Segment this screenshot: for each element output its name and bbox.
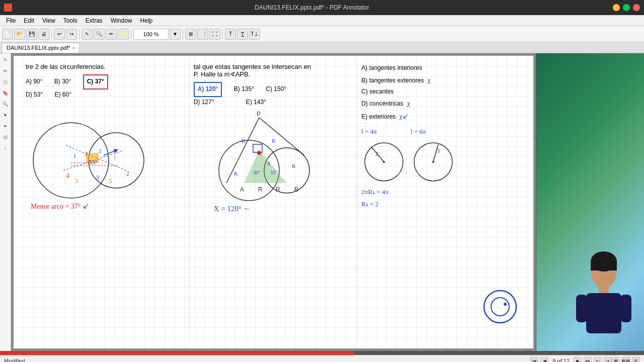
- menu-view[interactable]: View: [38, 16, 59, 25]
- nav-first[interactable]: ⏮: [530, 357, 538, 363]
- tb-text3[interactable]: T⊥: [249, 29, 260, 40]
- nav-prev[interactable]: ◀: [540, 357, 548, 363]
- status-modified: Modified: [4, 358, 530, 363]
- sidebar-eraser[interactable]: ◻: [1, 77, 10, 86]
- tb-text[interactable]: T: [225, 29, 236, 40]
- tb-text2[interactable]: T̲: [237, 29, 248, 40]
- tb-undo[interactable]: ↩: [54, 29, 65, 40]
- svg-point-45: [484, 291, 516, 323]
- col2-diagram: P R R R R 30° 35° X: [194, 110, 353, 216]
- svg-rect-23: [253, 144, 262, 152]
- tab-close-btn[interactable]: ×: [72, 45, 75, 51]
- sep2: [79, 29, 79, 39]
- col3-optD: D) concéntricas χ: [361, 97, 521, 110]
- col2-text2: P. Halle la m∢APB.: [194, 70, 353, 78]
- tb-print[interactable]: 🖨: [38, 29, 49, 40]
- pdf-content: tre 2 de las circunferencias. A) 90° B) …: [14, 56, 533, 348]
- nav-last[interactable]: ⏭: [584, 357, 592, 363]
- svg-text:R: R: [258, 186, 263, 193]
- svg-text:2: 2: [99, 148, 102, 154]
- app-title: DAUNI13.FELIX.pptx.pdf* - PDF Annotator: [15, 4, 609, 11]
- sep3: [131, 29, 131, 39]
- svg-text:R: R: [272, 138, 276, 144]
- minimize-btn[interactable]: [613, 4, 620, 11]
- progress-bar-container: [0, 351, 644, 355]
- svg-rect-50: [586, 293, 621, 333]
- svg-text:30°: 30°: [253, 170, 260, 175]
- tb-redo[interactable]: ↪: [66, 29, 77, 40]
- tb-zoom-drop[interactable]: ▼: [170, 29, 181, 40]
- sidebar-bookmark[interactable]: 🔖: [1, 88, 10, 98]
- menu-tools[interactable]: Tools: [59, 16, 82, 25]
- tb-zoom[interactable]: 🔍: [94, 29, 105, 40]
- svg-text:5: 5: [109, 177, 112, 185]
- menu-window[interactable]: Window: [107, 16, 136, 25]
- menu-file[interactable]: File: [2, 16, 20, 25]
- view-single[interactable]: ▦: [612, 357, 620, 363]
- tb-highlight[interactable]: H: [118, 29, 129, 40]
- svg-rect-52: [620, 295, 631, 322]
- sidebar-erase2[interactable]: ⊡: [1, 133, 10, 142]
- page-info: 9 of 12: [550, 358, 572, 363]
- svg-text:R: R: [292, 163, 296, 169]
- col2-optE: E) 143°: [246, 99, 266, 106]
- col1: tre 2 de las circunferencias. A) 90° B) …: [22, 61, 190, 343]
- tb-new[interactable]: 📄: [2, 29, 13, 40]
- svg-point-39: [383, 161, 385, 163]
- svg-text:R: R: [276, 186, 280, 193]
- svg-text:3: 3: [96, 174, 99, 181]
- tb-fit[interactable]: ⊞: [185, 29, 196, 40]
- svg-text:↑: ↑: [114, 155, 116, 160]
- sidebar-search[interactable]: 🔍: [1, 100, 10, 109]
- svg-marker-22: [244, 150, 287, 183]
- col1-optE: E) 60°: [55, 91, 71, 98]
- webcam-background: [536, 53, 644, 351]
- menu-extras[interactable]: Extras: [82, 16, 107, 25]
- sidebar-draw[interactable]: ✒: [1, 122, 10, 131]
- menu-edit[interactable]: Edit: [20, 16, 38, 25]
- nav-next[interactable]: ▶: [574, 357, 582, 363]
- view-grid[interactable]: ⊞: [632, 357, 640, 363]
- col1-diagram: 1 2 2 ↑ 4 3 3 5 2 53°: [26, 105, 185, 216]
- maximize-btn[interactable]: [623, 4, 630, 11]
- zoom-input[interactable]: 100 %: [133, 29, 169, 40]
- col2-optD: D) 127°: [194, 99, 214, 106]
- small-circle-svg: [480, 287, 520, 327]
- col3-optA: A) tangentes interiores: [361, 63, 521, 74]
- circle2-svg: 3: [411, 137, 456, 182]
- tb-page[interactable]: 📑: [197, 29, 208, 40]
- sidebar-select[interactable]: ↖: [1, 55, 10, 64]
- status-right: ▦ ▦▦ ⊞: [612, 357, 640, 363]
- sidebar-heart[interactable]: ♥: [1, 111, 10, 120]
- tb-fullscreen[interactable]: ⛶: [209, 29, 220, 40]
- col3-equations: 2πR₁ = 4π R₁ = 2: [361, 186, 521, 211]
- menu-bar: File Edit View Tools Extras Window Help: [0, 15, 644, 26]
- app-icon: [4, 4, 12, 12]
- sidebar-arrow[interactable]: ↕: [1, 144, 10, 153]
- progress-bar: [0, 351, 354, 355]
- nav-back[interactable]: ↩: [594, 357, 602, 363]
- tb-save[interactable]: 💾: [26, 29, 37, 40]
- person-silhouette: [569, 250, 639, 351]
- close-btn[interactable]: [633, 4, 640, 11]
- tb-select[interactable]: ↖: [82, 29, 93, 40]
- col2-optC: C) 150°: [266, 85, 286, 93]
- col2-optA: A) 120°: [194, 82, 222, 97]
- tb-pen[interactable]: ✏: [106, 29, 117, 40]
- svg-text:35°: 35°: [270, 170, 277, 175]
- menu-help[interactable]: Help: [136, 16, 157, 25]
- tb-open[interactable]: 📂: [14, 29, 25, 40]
- svg-text:P: P: [257, 111, 261, 118]
- view-double[interactable]: ▦▦: [622, 357, 630, 363]
- main-area: ↖ ✏ ◻ 🔖 🔍 ♥ ✒ ⊡ ↕ tre 2 de las circunfer…: [0, 53, 644, 351]
- status-bar: Modified ⏮ ◀ 9 of 12 ▶ ⏭ ↩ ↪ ▦ ▦▦ ⊞: [0, 355, 644, 362]
- tab-bar: DAUNI13.FELIX.pptx.pdf* ×: [0, 42, 644, 53]
- sidebar-pen[interactable]: ✏: [1, 66, 10, 75]
- pdf-page: tre 2 de las circunferencias. A) 90° B) …: [13, 55, 534, 349]
- svg-line-19: [259, 118, 304, 155]
- svg-text:B: B: [294, 186, 298, 193]
- nav-forward[interactable]: ↪: [604, 357, 612, 363]
- circle1-svg: 2: [361, 137, 407, 182]
- tab-main[interactable]: DAUNI13.FELIX.pptx.pdf* ×: [2, 43, 79, 53]
- sep4: [183, 29, 183, 39]
